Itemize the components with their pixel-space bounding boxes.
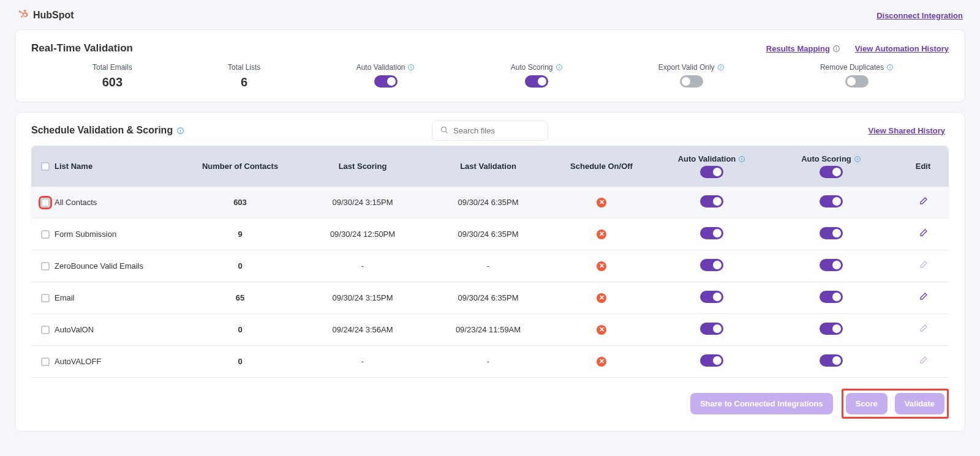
row-list-name: AutoValON [55,325,94,334]
edit-icon[interactable] [918,326,928,335]
row-list-name: Email [55,293,75,302]
row-auto-scoring-toggle[interactable] [820,259,843,271]
share-button[interactable]: Share to Connected Integrations [690,393,833,414]
th-schedule: Schedule On/Off [549,162,654,171]
row-last-validation: 09/30/24 6:35PM [427,230,549,239]
edit-icon[interactable] [918,199,928,208]
row-list-name: ZeroBounce Valid Emails [55,261,143,271]
row-auto-scoring-toggle[interactable] [820,227,843,239]
row-checkbox[interactable] [41,294,50,302]
stat-total-lists: Total Lists 6 [228,63,260,89]
stat-value: 603 [102,75,123,89]
info-icon [738,155,745,163]
brand-label: HubSpot [33,10,74,21]
toggle-auto-validation: Auto Validation [356,63,415,88]
svg-point-17 [180,129,181,129]
row-list-name: AutoVALOFF [55,357,101,366]
row-auto-validation-toggle[interactable] [700,354,723,367]
table-row: AutoVALOFF0--✕ [31,346,949,378]
row-contacts: 9 [182,230,298,239]
remove-duplicates-toggle[interactable] [845,75,869,88]
toggle-remove-duplicates: Remove Duplicates [820,63,894,88]
brand: HubSpot [17,9,74,22]
view-shared-history-link[interactable]: View Shared History [869,126,945,135]
stat-label: Total Lists [228,63,260,72]
row-schedule: ✕ [549,261,654,271]
row-auto-scoring-toggle[interactable] [820,354,843,367]
search-icon [440,125,448,136]
row-auto-scoring-toggle[interactable] [820,195,843,207]
view-automation-history-link[interactable]: View Automation History [855,44,949,53]
edit-icon[interactable] [918,358,928,367]
export-valid-only-toggle[interactable] [680,75,703,88]
th-list-name: List Name [55,162,92,171]
row-last-validation: - [427,357,549,366]
row-last-validation: - [427,261,549,271]
row-checkbox[interactable] [41,262,50,271]
row-contacts: 0 [182,261,298,271]
auto-validation-toggle[interactable] [374,75,398,88]
row-checkbox[interactable] [41,198,50,207]
x-circle-icon: ✕ [597,357,606,367]
row-contacts: 0 [182,325,298,334]
info-icon [556,64,563,71]
svg-point-18 [441,127,446,132]
x-circle-icon: ✕ [597,261,606,271]
row-checkbox[interactable] [41,230,50,239]
svg-point-2 [836,47,837,47]
hubspot-icon [17,9,28,22]
row-auto-scoring-toggle[interactable] [820,323,843,335]
realtime-title: Real-Time Validation [31,42,133,54]
th-edit: Edit [892,162,954,171]
th-contacts: Number of Contacts [182,162,298,171]
row-auto-validation-toggle[interactable] [700,323,723,335]
col-auto-validation-toggle[interactable] [700,166,723,178]
row-schedule: ✕ [549,229,654,239]
x-circle-icon: ✕ [597,325,606,335]
svg-point-5 [411,65,412,66]
row-auto-validation-toggle[interactable] [700,195,723,207]
table-row: All Contacts60309/30/24 3:15PM09/30/24 6… [31,187,949,219]
th-auto-validation: Auto Validation [678,154,736,163]
row-auto-validation-toggle[interactable] [700,227,723,239]
topbar: HubSpot Disconnect Integration [15,9,965,22]
search-files[interactable] [432,121,548,141]
row-last-validation: 09/30/24 6:35PM [427,293,549,302]
row-schedule: ✕ [549,356,654,367]
th-last-scoring: Last Scoring [298,162,427,171]
x-circle-icon: ✕ [597,198,606,207]
row-auto-validation-toggle[interactable] [700,259,723,271]
info-icon [176,127,184,135]
edit-icon[interactable] [918,263,928,272]
row-schedule: ✕ [549,324,654,335]
row-auto-validation-toggle[interactable] [700,291,723,303]
row-last-scoring: 09/24/24 3:56AM [298,325,427,334]
auto-scoring-toggle[interactable] [525,75,548,88]
stat-label: Total Emails [92,63,132,72]
edit-icon[interactable] [918,231,928,240]
row-checkbox[interactable] [41,326,50,334]
validate-button[interactable]: Validate [895,393,944,414]
info-icon [886,64,894,71]
svg-point-14 [889,65,890,66]
score-button[interactable]: Score [846,393,888,414]
disconnect-link[interactable]: Disconnect Integration [876,11,963,20]
row-last-validation: 09/30/24 6:35PM [427,198,549,207]
score-validate-highlight: Score Validate [842,389,949,419]
svg-line-19 [446,131,448,133]
results-mapping-link[interactable]: Results Mapping [766,44,830,53]
edit-icon[interactable] [918,294,928,304]
row-contacts: 0 [182,357,298,366]
row-last-scoring: - [298,261,427,271]
toggle-label: Remove Duplicates [820,63,884,72]
col-auto-scoring-toggle[interactable] [820,166,843,178]
svg-point-25 [857,157,858,158]
search-input[interactable] [453,126,539,135]
svg-point-11 [720,65,721,66]
svg-point-22 [742,157,742,158]
row-auto-scoring-toggle[interactable] [820,291,843,303]
table-row: ZeroBounce Valid Emails0--✕ [31,250,949,282]
toggle-label: Auto Validation [356,63,405,72]
select-all-checkbox[interactable] [41,162,50,171]
row-checkbox[interactable] [41,357,50,366]
